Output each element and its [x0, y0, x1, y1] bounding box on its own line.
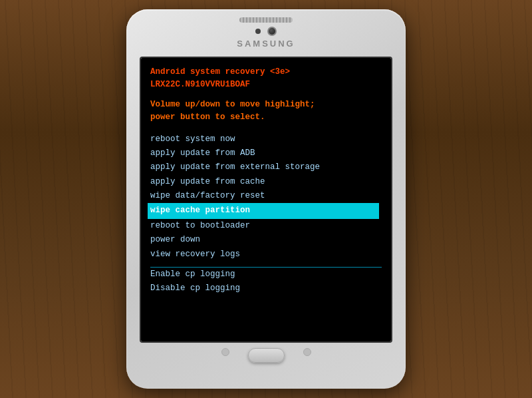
menu-item-enable-cp[interactable]: Enable cp logging [150, 268, 382, 282]
recovery-build: LRX22C.N910VVRU1BOAF [150, 79, 382, 91]
menu-item-reboot-system[interactable]: reboot system now [150, 132, 382, 146]
menu-item-disable-cp[interactable]: Disable cp logging [150, 282, 382, 296]
phone-screen: Android system recovery <3e> LRX22C.N910… [140, 57, 392, 343]
back-button[interactable] [221, 348, 229, 356]
instructions-line2: power button to select. [150, 111, 382, 124]
home-button[interactable] [248, 348, 285, 363]
speaker-grille [239, 17, 293, 23]
menu-item-power-down[interactable]: power down [150, 233, 382, 247]
phone-top-bar: SAMSUNG [133, 17, 399, 51]
phone-device: SAMSUNG Android system recovery <3e> LRX… [126, 9, 406, 389]
menu-item-reboot-bootloader[interactable]: reboot to bootloader [150, 219, 382, 233]
menu-item-wipe-cache[interactable]: wipe cache partition [148, 203, 379, 218]
menu-item-view-logs[interactable]: view recovery logs [150, 248, 382, 262]
instructions-line1: Volume up/down to move highlight; [150, 99, 382, 111]
camera-area [255, 27, 277, 36]
recovery-ui: Android system recovery <3e> LRX22C.N910… [141, 58, 391, 341]
menu-item-apply-cache[interactable]: apply update from cache [150, 175, 382, 189]
sensor-dot [255, 29, 261, 34]
recent-button[interactable] [303, 348, 311, 356]
phone-bottom [221, 348, 311, 363]
menu-item-apply-adb[interactable]: apply update from ADB [150, 146, 382, 160]
camera-lens [267, 27, 277, 36]
menu-list: reboot system nowapply update from ADBap… [150, 132, 382, 296]
recovery-title: Android system recovery <3e> [150, 66, 382, 79]
nav-buttons [221, 348, 311, 363]
recovery-instructions: Volume up/down to move highlight; power … [150, 99, 382, 124]
menu-item-wipe-data[interactable]: wipe data/factory reset [150, 189, 382, 203]
brand-label: SAMSUNG [237, 39, 295, 49]
menu-item-apply-external[interactable]: apply update from external storage [150, 160, 382, 174]
